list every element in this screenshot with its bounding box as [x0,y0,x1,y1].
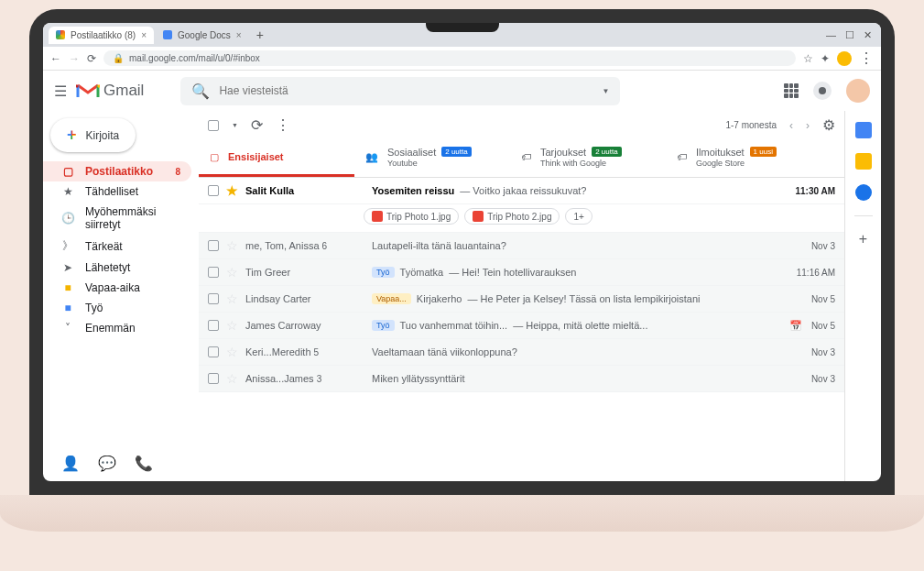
close-tab-icon[interactable]: × [236,30,242,40]
star-icon[interactable]: ☆ [226,318,238,333]
email-sender: Lindsay Carter [245,293,364,304]
email-row[interactable]: ☆ me, Tom, Anissa 6 Lautapeli-ilta tänä … [199,233,844,259]
email-checkbox[interactable] [208,373,219,384]
browser-tab[interactable]: Google Docs × [156,27,249,44]
email-row[interactable]: ★ Salit Kulla Yosemiten reissu — Voitko … [199,178,844,204]
contacts-icon[interactable]: 👤 [61,455,80,472]
browser-menu-icon[interactable]: ⋮ [859,49,874,67]
reload-icon[interactable]: ⟳ [87,52,96,65]
category-label: Sosiaaliset [387,147,436,158]
attachment-chip[interactable]: 1+ [565,208,592,225]
email-checkbox[interactable] [208,293,219,304]
sidebar-item-tärkeät[interactable]: 》 Tärkeät [43,235,191,258]
email-sender: Keri...Meredith 5 [245,346,364,357]
refresh-icon[interactable]: ⟳ [251,116,263,134]
category-tab-tarjoukset[interactable]: 🏷 Tarjoukset 2 uutta Think with Google [510,139,666,177]
calendar-app-icon[interactable] [855,122,872,138]
sidebar-item-enemmän[interactable]: ˅ Enemmän [43,318,191,338]
email-content: Työ Tuo vanhemmat töihin... — Heippa, mi… [372,320,782,331]
sidebar-item-myöhemmäksi-siirretyt[interactable]: 🕒 Myöhemmäksi siirretyt [43,202,191,235]
keep-app-icon[interactable] [855,153,872,170]
category-tab-ilmoitukset[interactable]: 🏷 Ilmoitukset 1 uusi Google Store [666,139,821,177]
email-content: Työ Työmatka — Hei! Tein hotellivaraukse… [372,267,789,278]
email-checkbox[interactable] [208,320,219,331]
email-snippet: — Voitko jakaa reissukuvat? [460,185,586,196]
category-tab-ensisijaiset[interactable]: ▢ Ensisijaiset [199,139,354,177]
sidebar-item-label: Työ [85,302,103,314]
email-label-chip: Vapaa... [372,293,411,304]
star-icon[interactable]: ☆ [226,238,238,253]
sidebar-item-työ[interactable]: ■ Työ [43,298,191,318]
email-row[interactable]: ☆ Keri...Meredith 5 Vaeltamaan tänä viik… [199,339,844,366]
star-icon[interactable]: ☆ [226,345,238,359]
new-tab-button[interactable]: + [256,27,264,42]
star-icon[interactable]: ★ [226,183,238,198]
folder-blue-icon: ■ [61,302,74,314]
address-bar[interactable]: 🔒 mail.google.com/mail/u/0/#inbox [103,50,796,66]
category-label: Ensisijaiset [228,151,284,162]
attachment-chip[interactable]: Trip Photo 2.jpg [464,208,560,225]
notifications-icon[interactable] [813,82,832,100]
email-row[interactable]: ☆ Lindsay Carter Vapaa... Kirjakerho — H… [199,286,844,313]
phone-icon[interactable]: 📞 [135,455,153,472]
select-dropdown-icon[interactable]: ▼ [232,122,238,128]
tasks-app-icon[interactable] [855,184,872,201]
tab-title: Google Docs [178,30,231,40]
email-row[interactable]: ☆ Tim Greer Työ Työmatka — Hei! Tein hot… [199,259,844,286]
attachment-name: Trip Photo 1.jpg [386,212,451,222]
more-actions-icon[interactable]: ⋮ [276,116,290,134]
close-tab-icon[interactable]: × [141,30,147,40]
email-row[interactable]: ☆ Anissa...James 3 Miken yllätyssynttäri… [199,366,844,392]
email-row[interactable]: ☆ James Carroway Työ Tuo vanhemmat töihi… [199,313,844,339]
search-input[interactable] [219,84,592,97]
sidebar-item-vapaa-aika[interactable]: ■ Vapaa-aika [43,278,191,298]
sidebar: + Kirjoita ▢ Postilaatikko 8★ Tähdellise… [43,111,199,481]
folder-yellow-icon: ■ [61,281,74,294]
email-snippet: — Heippa, mitä olette mieltä... [513,320,647,331]
docs-favicon [163,30,172,39]
close-window-icon[interactable]: ✕ [864,29,872,41]
back-icon[interactable]: ← [50,52,61,65]
image-icon [372,211,383,222]
attachment-chip[interactable]: Trip Photo 1.jpg [364,208,459,225]
account-avatar[interactable] [846,79,870,103]
category-badge: 2 uutta [441,147,471,157]
settings-gear-icon[interactable]: ⚙ [822,116,835,134]
minimize-window-icon[interactable]: — [826,29,836,41]
email-label-chip: Työ [372,267,395,278]
compose-button[interactable]: + Kirjoita [50,118,136,152]
star-icon[interactable]: ☆ [226,265,238,280]
gmail-logo[interactable]: Gmail [76,82,144,100]
email-checkbox[interactable] [208,346,219,357]
extension-icon[interactable]: ✦ [821,52,830,65]
select-all-checkbox[interactable] [208,120,219,131]
star-icon[interactable]: ☆ [226,291,238,306]
email-checkbox[interactable] [208,267,219,278]
send-icon: ➤ [61,261,74,274]
star-icon[interactable]: ☆ [226,371,238,386]
email-checkbox[interactable] [208,185,219,196]
sidebar-item-tähdelliset[interactable]: ★ Tähdelliset [43,181,191,202]
sidebar-item-postilaatikko[interactable]: ▢ Postilaatikko 8 [43,161,191,181]
bookmark-star-icon[interactable]: ☆ [803,52,813,65]
next-page-icon[interactable]: › [806,119,810,132]
apps-grid-icon[interactable] [784,83,799,98]
email-checkbox[interactable] [208,240,219,251]
category-tab-sosiaaliset[interactable]: 👥 Sosiaaliset 2 uutta Youtube [354,139,510,177]
add-sidepanel-icon[interactable]: + [859,231,867,247]
profile-avatar[interactable] [837,51,852,66]
email-snippet: — Hei! Tein hotellivarauksen [449,267,576,278]
calendar-icon: 📅 [789,320,802,332]
attachment-name: Trip Photo 2.jpg [487,212,551,222]
search-bar[interactable]: 🔍 ▼ [180,77,620,105]
hangouts-icon[interactable]: 💬 [98,455,116,472]
forward-icon[interactable]: → [69,52,80,65]
maximize-window-icon[interactable]: ☐ [845,29,854,41]
search-options-icon[interactable]: ▼ [602,87,609,95]
prev-page-icon[interactable]: ‹ [789,119,793,132]
email-sender: me, Tom, Anissa 6 [245,240,364,251]
sidebar-item-lähetetyt[interactable]: ➤ Lähetetyt [43,258,191,278]
email-subject: Kirjakerho [417,293,462,304]
main-menu-icon[interactable]: ☰ [54,82,67,100]
browser-tab-active[interactable]: Postilaatikko (8) × [49,27,154,44]
